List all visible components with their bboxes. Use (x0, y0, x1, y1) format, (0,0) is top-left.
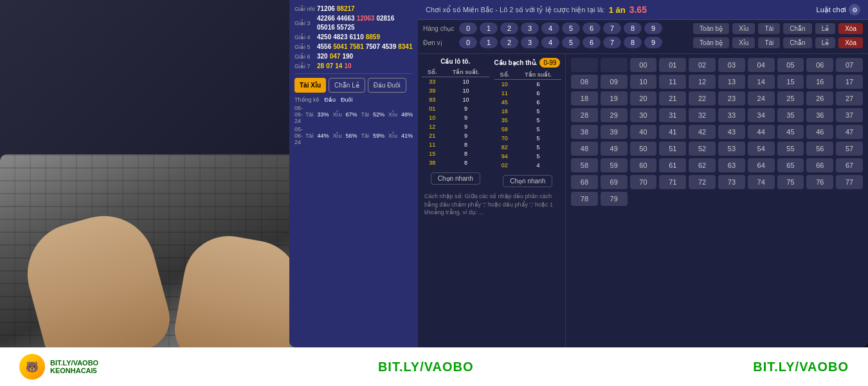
luat-choi-button[interactable]: Luật chơi ⚙ (817, 4, 860, 15)
digit-9[interactable]: 9 (644, 23, 662, 34)
number-grid-button[interactable]: 18 (571, 91, 598, 106)
number-grid-button[interactable]: 20 (630, 91, 657, 106)
le-btn-1[interactable]: Lẻ (815, 23, 836, 34)
le-btn-2[interactable]: Lẻ (815, 37, 836, 48)
number-grid-button[interactable]: 41 (659, 125, 686, 139)
number-grid-button[interactable]: 43 (718, 125, 745, 139)
toan-bo-btn-1[interactable]: Toàn bộ (693, 23, 729, 34)
number-grid-button[interactable]: 62 (689, 158, 716, 172)
number-grid-button[interactable]: 05 (777, 58, 804, 72)
digit-4[interactable]: 4 (541, 23, 559, 34)
number-grid-button[interactable]: 57 (836, 142, 863, 156)
number-grid-button[interactable]: 09 (601, 75, 628, 89)
xoa-btn-1[interactable]: Xóa (838, 23, 863, 34)
number-grid-button[interactable]: 72 (689, 175, 716, 189)
digit-6[interactable]: 6 (583, 23, 601, 34)
digit-1[interactable]: 1 (480, 23, 498, 34)
number-grid-button[interactable]: 51 (659, 142, 686, 156)
chan-btn-2[interactable]: Chẵn (783, 37, 811, 48)
number-grid-button[interactable]: 71 (659, 175, 686, 189)
number-grid-button[interactable]: 27 (836, 91, 863, 106)
number-grid-button[interactable]: 35 (777, 108, 804, 122)
number-grid-button[interactable]: 33 (718, 108, 745, 122)
number-grid-button[interactable]: 14 (748, 75, 775, 89)
chan-le-button[interactable]: Chẵn Lẻ (329, 78, 365, 93)
dv-digit-4[interactable]: 4 (541, 37, 559, 48)
number-grid-button[interactable]: 78 (571, 192, 598, 206)
number-grid-button[interactable]: 66 (806, 158, 833, 172)
digit-0[interactable]: 0 (459, 23, 477, 34)
number-grid-button[interactable]: 39 (601, 125, 628, 139)
number-grid-button[interactable]: 00 (630, 58, 657, 72)
0-99-button[interactable]: 0-99 (539, 58, 560, 68)
number-grid-button[interactable]: 22 (689, 91, 716, 106)
number-grid-button[interactable]: 13 (718, 75, 745, 89)
dv-digit-6[interactable]: 6 (583, 37, 601, 48)
digit-8[interactable]: 8 (624, 23, 642, 34)
chan-btn-1[interactable]: Chẵn (783, 23, 811, 34)
number-grid-button[interactable]: 75 (777, 175, 804, 189)
number-grid-button[interactable]: 73 (718, 175, 745, 189)
number-grid-button[interactable]: 37 (836, 108, 863, 122)
number-grid-button[interactable]: 15 (777, 75, 804, 89)
number-grid-button[interactable]: 30 (630, 108, 657, 122)
number-grid-button[interactable]: 69 (601, 175, 628, 189)
dv-digit-9[interactable]: 9 (644, 37, 662, 48)
tai-btn-2[interactable]: Tài (758, 37, 780, 48)
number-grid-button[interactable]: 12 (689, 75, 716, 89)
number-grid-button[interactable]: 64 (748, 158, 775, 172)
number-grid-button[interactable]: 24 (748, 91, 775, 106)
dv-digit-7[interactable]: 7 (603, 37, 621, 48)
number-grid-button[interactable]: 44 (748, 125, 775, 139)
number-grid-button[interactable]: 42 (689, 125, 716, 139)
number-grid-button[interactable]: 11 (659, 75, 686, 89)
dv-digit-8[interactable]: 8 (624, 37, 642, 48)
number-grid-button[interactable]: 10 (630, 75, 657, 89)
number-grid-button[interactable]: 21 (659, 91, 686, 106)
digit-3[interactable]: 3 (521, 23, 539, 34)
number-grid-button[interactable]: 40 (630, 125, 657, 139)
number-grid-button[interactable]: 59 (601, 158, 628, 172)
tai-xiu-button[interactable]: Tài Xỉu (294, 78, 326, 93)
number-grid-button[interactable]: 76 (806, 175, 833, 189)
number-grid-button[interactable]: 07 (836, 58, 863, 72)
digit-2[interactable]: 2 (500, 23, 518, 34)
number-grid-button[interactable]: 53 (718, 142, 745, 156)
dv-digit-3[interactable]: 3 (521, 37, 539, 48)
footer-link-2-large[interactable]: BIT.LY/VAOBO (378, 360, 474, 374)
xiu-btn-2[interactable]: Xỉu (732, 37, 755, 48)
number-grid-button[interactable]: 28 (571, 108, 598, 122)
number-grid-button[interactable]: 50 (630, 142, 657, 156)
toan-bo-btn-2[interactable]: Toàn bộ (693, 37, 729, 48)
number-grid-button[interactable]: 16 (806, 75, 833, 89)
number-grid-button[interactable]: 36 (806, 108, 833, 122)
number-grid-button[interactable]: 08 (571, 75, 598, 89)
number-grid-button[interactable]: 67 (836, 158, 863, 172)
number-grid-button[interactable]: 32 (689, 108, 716, 122)
dv-digit-2[interactable]: 2 (500, 37, 518, 48)
number-grid-button[interactable]: 56 (806, 142, 833, 156)
number-grid-button[interactable]: 47 (836, 125, 863, 139)
number-grid-button[interactable]: 31 (659, 108, 686, 122)
number-grid-button[interactable]: 23 (718, 91, 745, 106)
chon-nhanh-1[interactable]: Chọn nhanh (431, 172, 480, 185)
footer-link-sub[interactable]: KEONHACAI5 (50, 367, 98, 374)
number-grid-button[interactable]: 55 (777, 142, 804, 156)
number-grid-button[interactable]: 77 (836, 175, 863, 189)
number-grid-button[interactable]: 68 (571, 175, 598, 189)
tai-btn-1[interactable]: Tài (758, 23, 780, 34)
number-grid-button[interactable]: 04 (748, 58, 775, 72)
number-grid-button[interactable]: 03 (718, 58, 745, 72)
number-grid-button[interactable]: 61 (659, 158, 686, 172)
number-grid-button[interactable]: 79 (601, 192, 628, 206)
number-grid-button[interactable]: 02 (689, 58, 716, 72)
number-grid-button[interactable]: 74 (748, 175, 775, 189)
number-grid-button[interactable]: 58 (571, 158, 598, 172)
dv-digit-0[interactable]: 0 (459, 37, 477, 48)
number-grid-button[interactable]: 19 (601, 91, 628, 106)
number-grid-button[interactable]: 65 (777, 158, 804, 172)
footer-link-1[interactable]: BIT.LY/VAOBO (50, 359, 98, 367)
number-grid-button[interactable]: 26 (806, 91, 833, 106)
xoa-btn-2[interactable]: Xóa (838, 37, 863, 48)
number-grid-button[interactable]: 17 (836, 75, 863, 89)
